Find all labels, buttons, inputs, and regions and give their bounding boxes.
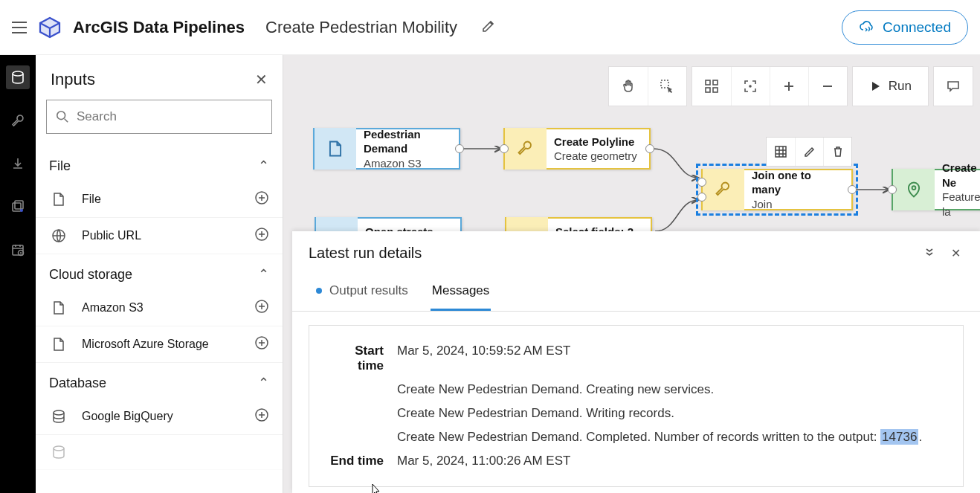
rail-tools-icon[interactable] xyxy=(6,109,30,132)
rail-schedule-icon[interactable] xyxy=(6,238,30,262)
file-icon xyxy=(49,336,68,352)
search-field[interactable] xyxy=(77,109,262,124)
play-icon xyxy=(869,80,881,92)
chevron-up-icon: ⌃ xyxy=(258,375,269,391)
top-bar: ArcGIS Data Pipelines Create Pedestrian … xyxy=(0,0,980,55)
globe-icon xyxy=(49,228,68,244)
file-icon xyxy=(49,300,68,316)
select-tool-icon[interactable] xyxy=(648,67,686,106)
input-item-file[interactable]: File xyxy=(36,181,283,218)
rail-files-icon[interactable] xyxy=(6,195,30,219)
svg-rect-19 xyxy=(661,80,668,88)
tab-output-results[interactable]: Output results xyxy=(315,274,410,311)
input-item-azure[interactable]: Microsoft Azure Storage xyxy=(36,326,283,363)
table-icon[interactable] xyxy=(767,138,795,166)
database-icon xyxy=(49,408,68,425)
hammer-icon xyxy=(703,169,744,210)
svg-point-16 xyxy=(54,446,64,451)
log-line: Create New Pedestrian Demand. Completed.… xyxy=(397,430,922,445)
app-title: ArcGIS Data Pipelines xyxy=(73,18,245,37)
svg-rect-20 xyxy=(706,80,710,85)
output-port[interactable] xyxy=(848,185,857,194)
left-rail xyxy=(0,55,36,493)
start-time-label: Start time xyxy=(326,344,384,373)
node-join[interactable]: Join one to many Join xyxy=(701,169,853,210)
svg-point-18 xyxy=(912,186,916,190)
svg-rect-17 xyxy=(776,146,786,157)
layout-icon[interactable] xyxy=(692,67,731,106)
fit-icon[interactable] xyxy=(731,67,770,106)
chevron-up-icon: ⌃ xyxy=(258,158,269,174)
app-logo-icon xyxy=(37,15,62,40)
input-item-url[interactable]: Public URL xyxy=(36,218,283,254)
add-icon[interactable] xyxy=(254,407,269,425)
connected-label: Connected xyxy=(883,19,951,36)
cloud-sync-icon xyxy=(859,19,875,36)
node-create-polyline[interactable]: Create Polyline Create geometry xyxy=(503,128,651,170)
messages-container: Start time Mar 5, 2024, 10:59:52 AM EST … xyxy=(309,325,964,487)
svg-rect-21 xyxy=(713,80,718,85)
collapse-icon[interactable] xyxy=(920,242,939,264)
svg-point-24 xyxy=(749,86,751,87)
run-panel-title: Latest run details xyxy=(309,245,911,262)
input-port[interactable] xyxy=(697,193,706,202)
rail-inputs-icon[interactable] xyxy=(6,65,30,89)
input-item-s3[interactable]: Amazon S3 xyxy=(36,290,283,326)
zoom-in-icon[interactable] xyxy=(770,67,808,106)
close-icon[interactable]: ✕ xyxy=(948,243,964,263)
svg-point-8 xyxy=(57,112,65,120)
input-port[interactable] xyxy=(697,178,706,187)
section-database[interactable]: Database ⌃ xyxy=(36,363,283,399)
canvas[interactable]: Pedestrian Demand Amazon S3 Open streets… xyxy=(283,55,980,493)
node-pedestrian-demand[interactable]: Pedestrian Demand Amazon S3 xyxy=(313,128,460,170)
input-port[interactable] xyxy=(500,144,509,153)
database-icon xyxy=(49,444,68,460)
add-icon[interactable] xyxy=(254,335,269,353)
inputs-panel: Inputs ✕ File ⌃ File Public URL Cloud st… xyxy=(36,55,283,493)
tab-messages[interactable]: Messages xyxy=(431,274,491,311)
run-button[interactable]: Run xyxy=(853,67,928,106)
pan-tool-icon[interactable] xyxy=(609,67,648,106)
input-item-partial[interactable] xyxy=(36,435,283,470)
menu-icon[interactable] xyxy=(12,22,27,33)
log-line: Create New Pedestrian Demand. Writing re… xyxy=(397,406,674,421)
input-item-bigquery[interactable]: Google BigQuery xyxy=(36,399,283,435)
log-line: Create New Pedestrian Demand. Creating n… xyxy=(397,382,714,397)
svg-point-5 xyxy=(20,209,23,212)
edit-name-icon[interactable] xyxy=(481,19,496,36)
rail-outputs-icon[interactable] xyxy=(6,152,30,175)
close-panel-icon[interactable]: ✕ xyxy=(255,71,268,88)
svg-rect-4 xyxy=(15,201,23,209)
edit-icon[interactable] xyxy=(795,138,823,166)
zoom-out-icon[interactable] xyxy=(808,67,847,106)
end-time-label: End time xyxy=(326,454,384,468)
s3-file-icon xyxy=(315,128,356,170)
output-port[interactable] xyxy=(455,144,464,153)
start-time-value: Mar 5, 2024, 10:59:52 AM EST xyxy=(397,344,570,373)
svg-rect-3 xyxy=(13,203,21,211)
hammer-icon xyxy=(505,128,547,170)
node-output[interactable]: Create Ne Feature la xyxy=(892,169,980,210)
svg-point-14 xyxy=(54,410,64,415)
search-icon xyxy=(56,110,69,123)
record-count-highlight: 14736 xyxy=(880,429,918,445)
add-icon[interactable] xyxy=(254,227,269,245)
input-port[interactable] xyxy=(888,185,897,194)
feature-layer-icon xyxy=(893,169,935,210)
search-input[interactable] xyxy=(46,100,272,134)
run-details-panel: Latest run details ✕ Output results Mess… xyxy=(292,231,980,493)
section-cloud[interactable]: Cloud storage ⌃ xyxy=(36,254,283,290)
chevron-up-icon: ⌃ xyxy=(258,266,269,283)
output-port[interactable] xyxy=(645,144,654,153)
pipeline-name: Create Pedestrian Mobility xyxy=(265,18,457,37)
connected-button[interactable]: Connected xyxy=(842,10,968,45)
section-file[interactable]: File ⌃ xyxy=(36,146,283,181)
add-icon[interactable] xyxy=(254,190,269,208)
svg-rect-23 xyxy=(713,88,718,92)
end-time-value: Mar 5, 2024, 11:00:26 AM EST xyxy=(397,454,570,468)
add-icon[interactable] xyxy=(254,299,269,317)
messages-icon[interactable] xyxy=(934,67,973,106)
inputs-title: Inputs xyxy=(51,70,95,89)
delete-icon[interactable] xyxy=(823,138,851,166)
file-icon xyxy=(49,191,68,207)
